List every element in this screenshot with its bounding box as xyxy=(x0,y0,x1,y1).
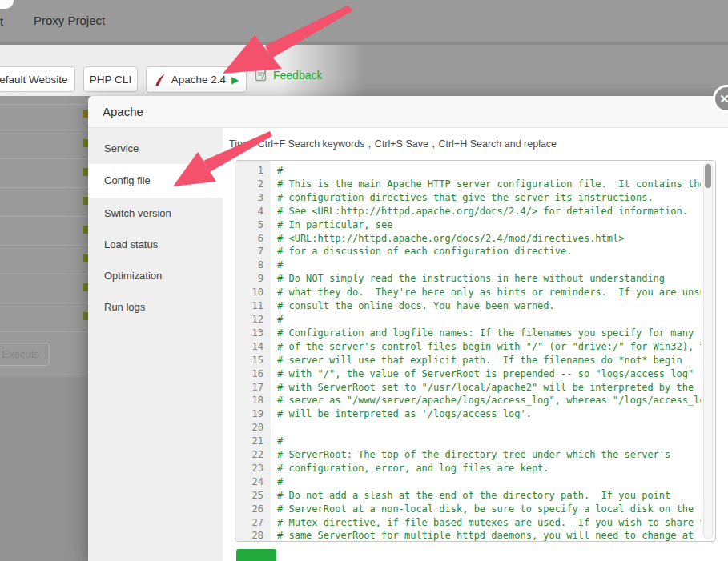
line-number: 18 xyxy=(235,394,263,407)
top-bar: t Proxy Project xyxy=(0,0,728,42)
line-number: 12 xyxy=(235,313,263,327)
scrollbar-thumb[interactable] xyxy=(705,164,711,188)
code-line: # ServerRoot at a non-local disk, be sur… xyxy=(277,503,701,516)
editor-scrollbar[interactable] xyxy=(703,162,713,539)
line-number: 9 xyxy=(235,272,263,286)
config-file-editor[interactable]: 1234567891011121314151617181920212223242… xyxy=(235,160,716,542)
code-line: # In particular, see xyxy=(277,218,701,232)
code-line: # will be interpreted as '/logs/access_l… xyxy=(277,407,701,421)
code-line: # server will use that explicit path. If… xyxy=(277,354,701,367)
feedback-label: Feedback xyxy=(273,69,322,82)
line-number: 6 xyxy=(235,232,263,246)
sidebar-item-config-file[interactable]: Config file xyxy=(88,164,223,198)
line-number: 17 xyxy=(235,381,263,395)
line-number: 22 xyxy=(235,448,263,462)
toolbar: Default Website PHP CLI Apache 2.4 ▶ Fee… xyxy=(0,45,728,96)
php-cli-button[interactable]: PHP CLI xyxy=(83,66,138,92)
table-row-divider xyxy=(0,130,88,130)
line-number: 7 xyxy=(235,245,263,258)
code-line: # server as "/www/server/apache/logs/acc… xyxy=(277,394,701,407)
play-icon: ▶ xyxy=(231,75,239,85)
modal-header: Apache xyxy=(88,96,728,128)
table-row-divider xyxy=(0,245,88,246)
line-number: 10 xyxy=(235,286,263,299)
app-screen: t Proxy Project Default Website PHP CLI … xyxy=(0,0,728,561)
table-row-divider xyxy=(0,216,88,217)
code-line: # ServerRoot: The top of the directory t… xyxy=(277,448,701,462)
apache-settings-modal: Apache ServiceConfig fileSwitch versionL… xyxy=(88,96,728,561)
line-number: 27 xyxy=(235,516,263,530)
code-line: # with "/", the value of ServerRoot is p… xyxy=(277,367,701,381)
apache-button-label: Apache 2.4 xyxy=(171,74,226,86)
sidebar-item-switch-version[interactable]: Switch version xyxy=(88,198,223,229)
line-number: 19 xyxy=(235,407,263,421)
line-number: 15 xyxy=(235,354,263,367)
code-line: # configuration, error, and log files ar… xyxy=(277,462,701,475)
line-number: 16 xyxy=(235,367,263,381)
modal-sidebar: ServiceConfig fileSwitch versionLoad sta… xyxy=(88,128,223,561)
sidebar-item-run-logs[interactable]: Run logs xyxy=(88,291,223,323)
code-line: # xyxy=(277,475,701,489)
code-line: # Do not add a slash at the end of the d… xyxy=(277,489,701,503)
table-row-divider xyxy=(0,104,88,105)
line-number: 14 xyxy=(235,340,263,354)
line-number-gutter: 1234567891011121314151617181920212223242… xyxy=(235,161,271,541)
default-website-button[interactable]: Default Website xyxy=(0,66,75,92)
sidebar-item-service[interactable]: Service xyxy=(88,133,223,164)
page-title: Proxy Project xyxy=(34,14,105,27)
line-number: 2 xyxy=(235,178,263,191)
table-row-divider xyxy=(0,158,88,159)
line-number: 5 xyxy=(235,218,263,232)
tips-text: Tips：Ctrl+F Search keywords，Ctrl+S Save，… xyxy=(229,138,557,151)
code-line: # See <URL:http://httpd.apache.org/docs/… xyxy=(277,205,701,218)
code-line: # <URL:http://httpd.apache.org/docs/2.4/… xyxy=(277,232,701,246)
modal-title: Apache xyxy=(103,96,143,128)
cut-off-tab-label: t xyxy=(0,14,3,28)
line-number: 3 xyxy=(235,191,263,205)
code-line: # consult the online docs. You have been… xyxy=(277,299,701,313)
save-button[interactable] xyxy=(236,549,276,561)
apache-button[interactable]: Apache 2.4 ▶ xyxy=(146,66,247,93)
close-icon: ✕ xyxy=(719,93,728,105)
code-line: # for a discussion of each configuration… xyxy=(277,245,701,258)
line-number: 21 xyxy=(235,435,263,448)
code-line: # Do NOT simply read the instructions in… xyxy=(277,272,701,286)
code-line: # what they do. They're here only as hin… xyxy=(277,286,701,299)
code-line: # same ServerRoot for multiple httpd dae… xyxy=(277,529,701,542)
dimmed-background-table: Execute xyxy=(0,96,88,561)
code-line xyxy=(277,421,701,435)
code-line: # xyxy=(277,164,701,178)
line-number: 4 xyxy=(235,205,263,218)
code-line: # of the server's control files begin wi… xyxy=(277,340,701,354)
table-row-divider xyxy=(0,303,88,303)
line-number: 28 xyxy=(235,529,263,542)
background-lower-panel xyxy=(0,377,88,561)
line-number: 13 xyxy=(235,327,263,340)
code-line: # with ServerRoot set to "/usr/local/apa… xyxy=(277,381,701,395)
sidebar-item-optimization[interactable]: Optimization xyxy=(88,260,223,291)
line-number: 25 xyxy=(235,489,263,503)
line-number: 11 xyxy=(235,299,263,313)
line-number: 23 xyxy=(235,462,263,475)
table-row-divider xyxy=(0,187,88,188)
line-number: 1 xyxy=(235,164,263,178)
feedback-note-icon xyxy=(255,68,267,82)
code-content[interactable]: ## This is the main Apache HTTP server c… xyxy=(277,161,701,542)
code-line: # This is the main Apache HTTP server co… xyxy=(277,178,701,191)
code-line: # Configuration and logfile names: If th… xyxy=(277,327,701,340)
code-line: # configuration directives that give the… xyxy=(277,191,701,205)
line-number: 26 xyxy=(235,503,263,516)
window-corner xyxy=(0,0,14,9)
feedback-link[interactable]: Feedback xyxy=(255,68,322,82)
sidebar-item-load-status[interactable]: Load status xyxy=(88,229,223,260)
apache-feather-icon xyxy=(154,74,166,86)
code-line: # Mutex directive, if file-based mutexes… xyxy=(277,516,701,530)
line-number: 8 xyxy=(235,258,263,272)
code-line: # xyxy=(277,435,701,448)
table-row-divider xyxy=(0,274,88,274)
execute-button[interactable]: Execute xyxy=(0,343,50,366)
code-line: # xyxy=(277,313,701,327)
table-row-divider xyxy=(0,331,88,332)
line-number: 20 xyxy=(235,421,263,435)
line-number: 24 xyxy=(235,475,263,489)
